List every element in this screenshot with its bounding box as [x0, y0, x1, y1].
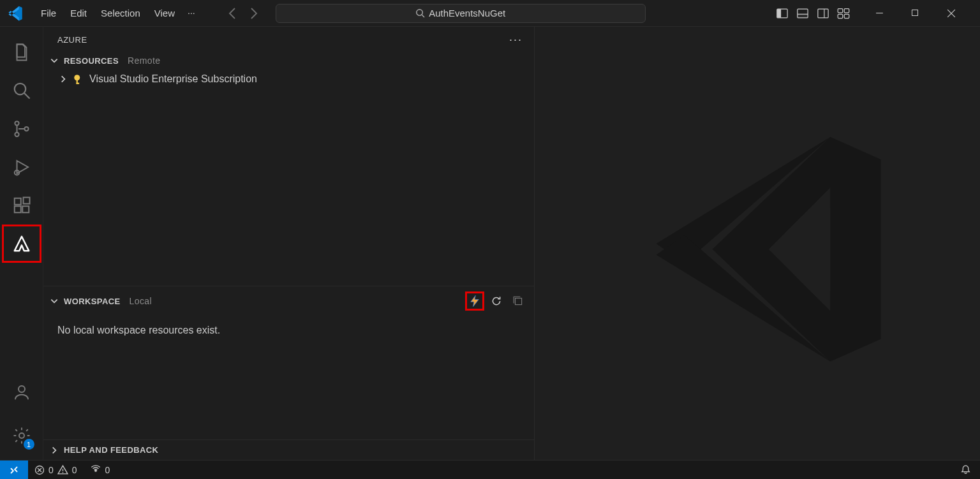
workspace-section: WORKSPACE Local No local wor	[43, 286, 534, 439]
title-bar: File Edit Selection View ··· AuthEventsN…	[0, 0, 980, 27]
svg-rect-31	[77, 83, 80, 84]
search-text: AuthEventsNuGet	[429, 8, 505, 18]
workspace-empty-message: No local workspace resources exist.	[43, 316, 534, 343]
layout-controls	[776, 7, 850, 20]
menu-selection[interactable]: Selection	[94, 4, 147, 22]
subscription-row[interactable]: Visual Studio Enterprise Subscription	[43, 71, 534, 87]
notifications-bell-icon[interactable]	[951, 464, 980, 475]
resources-sublabel: Remote	[128, 55, 160, 66]
chevron-right-icon	[50, 446, 59, 455]
maximize-button[interactable]	[911, 9, 933, 18]
chevron-down-icon	[50, 56, 59, 65]
vscode-watermark-icon	[628, 108, 909, 389]
minimize-button[interactable]	[875, 9, 897, 18]
svg-rect-32	[516, 298, 522, 305]
ports-status[interactable]: 0	[84, 464, 117, 476]
subscription-label: Visual Studio Enterprise Subscription	[89, 73, 257, 85]
svg-point-37	[62, 472, 63, 473]
resources-header[interactable]: RESOURCES Remote	[43, 50, 534, 71]
svg-point-28	[19, 433, 24, 438]
refresh-button[interactable]	[487, 291, 506, 311]
nav-back-icon[interactable]	[226, 6, 240, 20]
svg-rect-26	[23, 198, 29, 204]
workspace-sublabel: Local	[130, 296, 152, 306]
chevron-right-icon	[59, 75, 68, 84]
svg-rect-10	[844, 8, 849, 12]
svg-rect-9	[838, 8, 843, 12]
toggle-primary-sidebar-icon[interactable]	[776, 7, 789, 20]
svg-line-18	[24, 93, 29, 99]
lightning-icon	[468, 295, 481, 307]
workspace-actions	[465, 291, 528, 311]
warnings-count: 0	[72, 465, 77, 475]
vscode-logo-icon	[0, 5, 31, 22]
workspace-header[interactable]: WORKSPACE Local	[43, 286, 534, 316]
svg-line-1	[422, 15, 424, 17]
svg-point-21	[24, 127, 28, 131]
svg-rect-25	[22, 206, 29, 212]
errors-count: 0	[48, 465, 54, 475]
svg-point-17	[14, 84, 26, 95]
sidebar-title: AZURE	[57, 35, 87, 45]
editor-area	[535, 27, 980, 460]
settings-gear-icon[interactable]: 1	[3, 416, 41, 455]
sidebar-title-row: AZURE ···	[43, 27, 534, 50]
menu-file[interactable]: File	[34, 4, 63, 22]
svg-point-20	[15, 133, 19, 136]
problems-status[interactable]: 0 0	[28, 464, 84, 475]
close-button[interactable]	[947, 9, 969, 18]
svg-rect-24	[14, 206, 20, 212]
sidebar-more-icon[interactable]: ···	[509, 33, 523, 47]
help-header[interactable]: HELP AND FEEDBACK	[43, 440, 534, 460]
svg-point-19	[15, 121, 19, 125]
collapse-all-button[interactable]	[509, 291, 528, 311]
ports-count: 0	[105, 465, 110, 475]
customize-layout-icon[interactable]	[837, 7, 850, 20]
svg-point-0	[417, 10, 422, 15]
menu-edit[interactable]: Edit	[64, 4, 93, 22]
activity-bar: 1	[0, 27, 43, 460]
menu-overflow[interactable]: ···	[182, 4, 200, 22]
svg-point-27	[19, 386, 25, 392]
svg-rect-12	[844, 14, 849, 18]
menu-view[interactable]: View	[148, 4, 181, 22]
search-icon[interactable]	[3, 71, 41, 110]
svg-rect-11	[838, 14, 843, 18]
body-area: 1 AZURE ··· RESOURCES Remote	[0, 27, 980, 460]
help-label: HELP AND FEEDBACK	[64, 445, 158, 455]
command-center-search[interactable]: AuthEventsNuGet	[276, 4, 646, 23]
svg-rect-5	[798, 14, 808, 18]
explorer-icon[interactable]	[3, 33, 41, 71]
resources-section: RESOURCES Remote Visual Studio Enterpris…	[43, 50, 534, 286]
source-control-icon[interactable]	[3, 110, 41, 148]
svg-rect-7	[818, 9, 828, 18]
nav-forward-icon[interactable]	[246, 6, 260, 20]
status-bar: 0 0 0	[0, 460, 980, 479]
svg-rect-14	[912, 10, 918, 15]
help-section: HELP AND FEEDBACK	[43, 439, 534, 460]
toggle-panel-icon[interactable]	[796, 7, 809, 20]
remote-indicator[interactable]	[0, 461, 28, 480]
azure-sidebar: AZURE ··· RESOURCES Remote Visual Studio…	[43, 27, 535, 460]
azure-icon[interactable]	[2, 225, 41, 263]
svg-point-29	[74, 75, 80, 80]
create-function-button[interactable]	[465, 291, 484, 311]
extensions-icon[interactable]	[3, 186, 41, 225]
resources-label: RESOURCES	[64, 56, 119, 66]
svg-rect-23	[14, 198, 20, 205]
settings-badge: 1	[24, 439, 34, 450]
run-debug-icon[interactable]	[3, 148, 41, 186]
workspace-label: WORKSPACE	[64, 297, 121, 306]
chevron-down-icon	[50, 297, 59, 306]
menu-bar: File Edit Selection View ···	[34, 4, 200, 22]
window-controls	[875, 9, 969, 18]
svg-rect-3	[777, 9, 781, 18]
toggle-secondary-sidebar-icon[interactable]	[817, 7, 829, 20]
key-icon	[73, 73, 84, 85]
nav-arrows	[226, 6, 260, 20]
accounts-icon[interactable]	[3, 373, 41, 411]
title-right	[776, 7, 980, 20]
